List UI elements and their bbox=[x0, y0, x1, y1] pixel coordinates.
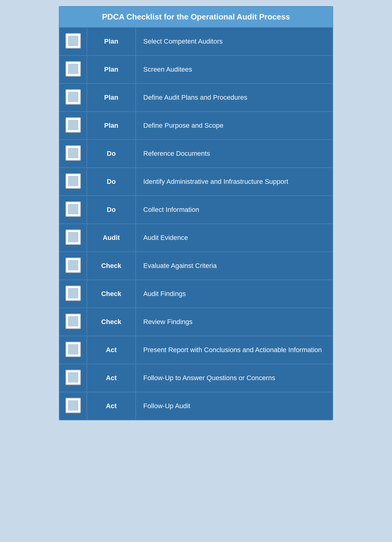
checkbox-cell[interactable] bbox=[59, 224, 87, 252]
description-cell: Identify Administrative and Infrastructu… bbox=[136, 168, 333, 196]
description-cell: Review Findings bbox=[136, 308, 333, 336]
checkbox-inner bbox=[68, 36, 78, 46]
table-row: Check Evaluate Against Criteria bbox=[59, 252, 333, 280]
checkbox-inner bbox=[68, 148, 78, 158]
table-title: PDCA Checklist for the Operational Audit… bbox=[59, 7, 333, 28]
checkbox-cell[interactable] bbox=[59, 168, 87, 196]
phase-cell: Act bbox=[87, 364, 136, 392]
checkbox[interactable] bbox=[66, 286, 81, 301]
description-cell: Present Report with Conclusions and Acti… bbox=[136, 336, 333, 364]
checkbox[interactable] bbox=[66, 145, 81, 161]
table-row: Plan Define Purpose and Scope bbox=[59, 112, 333, 140]
table-row: Do Identify Administrative and Infrastru… bbox=[59, 168, 333, 196]
phase-cell: Do bbox=[87, 196, 136, 224]
phase-cell: Plan bbox=[87, 55, 136, 84]
checkbox-inner bbox=[68, 260, 78, 270]
checkbox-cell[interactable] bbox=[59, 196, 87, 224]
description-cell: Evaluate Against Criteria bbox=[136, 252, 333, 280]
checkbox[interactable] bbox=[66, 230, 81, 245]
table-row: Plan Screen Auditees bbox=[59, 55, 333, 84]
checkbox-inner bbox=[68, 400, 78, 411]
checkbox-inner bbox=[68, 344, 78, 355]
phase-cell: Check bbox=[87, 252, 136, 280]
table-row: Audit Audit Evidence bbox=[59, 224, 333, 252]
description-cell: Define Audit Plans and Procedures bbox=[136, 84, 333, 112]
phase-cell: Audit bbox=[87, 224, 136, 252]
description-cell: Define Purpose and Scope bbox=[136, 112, 333, 140]
description-cell: Select Competent Auditors bbox=[136, 28, 333, 55]
checkbox-cell[interactable] bbox=[59, 84, 87, 112]
checkbox[interactable] bbox=[66, 398, 81, 413]
description-cell: Reference Documents bbox=[136, 140, 333, 168]
phase-cell: Plan bbox=[87, 84, 136, 112]
checkbox[interactable] bbox=[66, 370, 81, 385]
checkbox-inner bbox=[68, 316, 78, 326]
phase-cell: Plan bbox=[87, 112, 136, 140]
phase-cell: Check bbox=[87, 308, 136, 336]
checkbox-cell[interactable] bbox=[59, 392, 87, 420]
table-row: Act Follow-Up to Answer Questions or Con… bbox=[59, 364, 333, 392]
description-cell: Follow-Up Audit bbox=[136, 392, 333, 420]
description-cell: Follow-Up to Answer Questions or Concern… bbox=[136, 364, 333, 392]
checkbox-cell[interactable] bbox=[59, 252, 87, 280]
table-row: Act Present Report with Conclusions and … bbox=[59, 336, 333, 364]
checkbox[interactable] bbox=[66, 342, 81, 357]
checkbox[interactable] bbox=[66, 61, 81, 77]
table-row: Check Audit Findings bbox=[59, 280, 333, 308]
checkbox-cell[interactable] bbox=[59, 140, 87, 168]
checkbox-inner bbox=[68, 64, 78, 74]
checkbox-cell[interactable] bbox=[59, 336, 87, 364]
checkbox-cell[interactable] bbox=[59, 112, 87, 140]
checkbox-cell[interactable] bbox=[59, 55, 87, 84]
checklist-table: Plan Select Competent Auditors Plan Scre… bbox=[59, 28, 333, 420]
checkbox[interactable] bbox=[66, 258, 81, 273]
checkbox-cell[interactable] bbox=[59, 364, 87, 392]
table-row: Do Reference Documents bbox=[59, 140, 333, 168]
description-cell: Screen Auditees bbox=[136, 55, 333, 84]
checkbox[interactable] bbox=[66, 314, 81, 329]
checkbox-inner bbox=[68, 372, 78, 383]
phase-cell: Do bbox=[87, 168, 136, 196]
phase-cell: Plan bbox=[87, 28, 136, 55]
checkbox[interactable] bbox=[66, 33, 81, 48]
checkbox-cell[interactable] bbox=[59, 280, 87, 308]
checkbox[interactable] bbox=[66, 89, 81, 105]
checkbox[interactable] bbox=[66, 201, 81, 217]
checkbox-inner bbox=[68, 176, 78, 186]
table-row: Plan Define Audit Plans and Procedures bbox=[59, 84, 333, 112]
checkbox-inner bbox=[68, 288, 78, 298]
table-row: Plan Select Competent Auditors bbox=[59, 28, 333, 55]
checkbox[interactable] bbox=[66, 173, 81, 189]
description-cell: Audit Findings bbox=[136, 280, 333, 308]
checkbox-inner bbox=[68, 120, 78, 130]
phase-cell: Check bbox=[87, 280, 136, 308]
checkbox-inner bbox=[68, 204, 78, 214]
table-row: Do Collect Information bbox=[59, 196, 333, 224]
checkbox-cell[interactable] bbox=[59, 28, 87, 55]
phase-cell: Act bbox=[87, 392, 136, 420]
checkbox[interactable] bbox=[66, 117, 81, 133]
phase-cell: Act bbox=[87, 336, 136, 364]
table-row: Act Follow-Up Audit bbox=[59, 392, 333, 420]
phase-cell: Do bbox=[87, 140, 136, 168]
description-cell: Collect Information bbox=[136, 196, 333, 224]
checkbox-inner bbox=[68, 232, 78, 242]
table-row: Check Review Findings bbox=[59, 308, 333, 336]
checklist-container: PDCA Checklist for the Operational Audit… bbox=[59, 6, 333, 420]
description-cell: Audit Evidence bbox=[136, 224, 333, 252]
checkbox-inner bbox=[68, 92, 78, 102]
checkbox-cell[interactable] bbox=[59, 308, 87, 336]
